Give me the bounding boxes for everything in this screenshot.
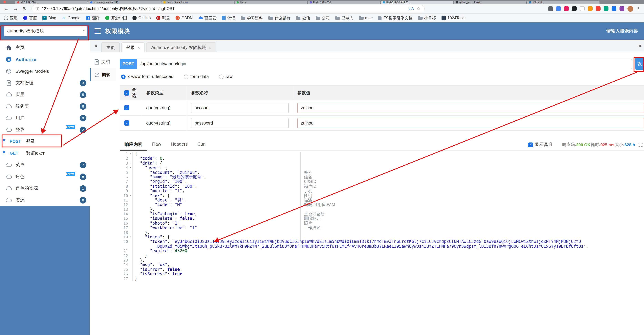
bookmark-item[interactable]: 开源中国 — [105, 15, 127, 20]
bookmark-item[interactable]: 百度云 — [198, 15, 216, 20]
header-search[interactable]: 请输入搜索内容 — [606, 28, 638, 34]
mini-nav-doc[interactable]: 文档 — [90, 55, 116, 68]
sidebar-item[interactable]: 文档管理3 — [0, 77, 90, 89]
group-select[interactable]: authority-权限模块 ▲▼ — [4, 26, 87, 36]
bookmark-item[interactable]: 应用 — [4, 15, 18, 20]
sidebar-item[interactable]: 主页 — [0, 42, 90, 54]
bookmark-item[interactable]: 笔记 — [222, 15, 235, 20]
fold-icon[interactable]: ▾ — [128, 152, 132, 156]
bookmark-item[interactable]: mac — [359, 16, 372, 20]
bookmark-item[interactable]: 已导入 — [335, 15, 354, 20]
bookmark-item[interactable]: GitHub — [132, 16, 151, 20]
bookmark-item[interactable]: 百度 — [23, 15, 37, 20]
url-field[interactable]: ⓘ 127.0.0.1:8760/api/gate/doc.html#/auth… — [32, 5, 424, 12]
sidebar-item[interactable]: 用户9 — [0, 112, 90, 124]
radio-icon[interactable] — [121, 74, 126, 79]
send-button[interactable]: 发送 — [635, 58, 644, 70]
endpoint-item[interactable]: GET验证token — [0, 147, 90, 159]
sidebar-item[interactable]: 角色的资源1 — [0, 182, 90, 194]
content-type-option[interactable]: raw — [219, 74, 232, 79]
content-type-option[interactable]: form-data — [184, 74, 209, 79]
bookmark-item[interactable]: 微信 — [296, 15, 310, 20]
extension-icon[interactable] — [620, 6, 624, 11]
browser-tab[interactable]: 知识星球... — [527, 1, 600, 4]
tabs-scroll-left-icon[interactable]: « — [94, 43, 97, 48]
bookmark-item[interactable]: 学习资料 — [241, 15, 263, 20]
forward-icon[interactable]: → — [13, 6, 18, 11]
sidebar-item[interactable]: Swagger Models — [0, 65, 90, 77]
translate-icon[interactable]: 文A — [408, 6, 414, 11]
sidebar-item[interactable]: 菜单7 — [0, 159, 90, 171]
fold-icon[interactable]: ▾ — [128, 166, 132, 170]
bookmark-item[interactable]: ES搜索引擎文档 — [378, 15, 412, 20]
extension-icon[interactable] — [564, 6, 569, 11]
sidebar-item[interactable]: 登录NEW2 — [0, 124, 90, 136]
extension-icon[interactable] — [548, 6, 553, 11]
bookmark-item[interactable]: 小目标 — [418, 15, 436, 20]
sidebar-item[interactable]: 资源6 — [0, 194, 90, 206]
site-info-icon[interactable]: ⓘ — [36, 6, 39, 11]
extension-icon[interactable] — [596, 6, 600, 11]
extension-icon[interactable] — [604, 6, 608, 11]
select-all-checkbox[interactable]: ✓ — [124, 90, 129, 96]
sidebar-item[interactable]: 应用5 — [0, 89, 90, 100]
show-description-toggle[interactable]: ✓ 显示说明 — [528, 142, 552, 148]
doc-tab[interactable]: 主页 — [102, 42, 120, 52]
fold-icon[interactable]: ▾ — [128, 235, 132, 240]
bookmark-item[interactable]: G码云 — [156, 15, 170, 20]
content-type-option[interactable]: x-www-form-urlencoded — [121, 74, 173, 79]
close-icon[interactable]: × — [138, 46, 140, 50]
radio-icon[interactable] — [219, 74, 224, 79]
extension-icon[interactable] — [612, 6, 616, 11]
browser-tab[interactable]: happy/Share for Wi... — [162, 1, 234, 4]
fold-icon[interactable]: ▾ — [128, 194, 132, 198]
bookmark-item[interactable]: 什么都有 — [268, 15, 290, 20]
mini-nav-debug[interactable]: 调试 — [90, 68, 116, 82]
bookmark-item[interactable]: 公司 — [316, 15, 330, 20]
close-icon[interactable]: × — [209, 46, 211, 50]
browser-tab[interactable]: Node 全栈 <夜幕... — [308, 1, 380, 4]
browser-tab[interactable]: 温柔以待1024... — [15, 1, 88, 4]
browser-tab[interactable]: 围绕权限参数互通实... — [381, 1, 453, 4]
endpoint-item[interactable]: POST登录 — [0, 136, 90, 147]
param-name-input[interactable] — [191, 103, 289, 113]
browser-tab[interactable]: hbase — [234, 1, 307, 4]
sidebar-item[interactable]: 角色NEW8 — [0, 171, 90, 182]
param-name-input[interactable] — [191, 118, 289, 128]
browser-menu-icon[interactable]: ⋮ — [636, 6, 640, 11]
menu-toggle-icon[interactable] — [94, 28, 101, 34]
row-checkbox[interactable]: ✓ — [124, 105, 129, 110]
doc-tab[interactable]: 登录× — [122, 42, 145, 52]
fullscreen-icon[interactable] — [638, 143, 642, 147]
request-path-input[interactable] — [137, 59, 632, 69]
fold-icon[interactable]: ▾ — [128, 161, 132, 166]
back-icon[interactable]: ← — [4, 6, 9, 11]
radio-icon[interactable] — [184, 74, 188, 79]
reload-icon[interactable]: ↻ — [22, 6, 28, 11]
bookmark-item[interactable]: GGoogle — [62, 16, 80, 20]
tabs-scroll-right-icon[interactable]: » — [638, 43, 641, 48]
response-tab[interactable]: Curl — [192, 139, 210, 151]
sidebar-item[interactable]: Authorize — [0, 54, 90, 65]
param-value-input[interactable] — [297, 103, 644, 113]
extension-icon[interactable] — [572, 6, 577, 11]
response-tab[interactable]: Headers — [166, 139, 192, 151]
browser-tab[interactable]: github_pass/关注你... — [454, 1, 526, 4]
extension-icon[interactable] — [556, 6, 561, 11]
profile-avatar[interactable] — [628, 6, 633, 12]
browser-tab[interactable]: temporary-Interior 下载 — [88, 1, 161, 4]
doc-tab[interactable]: Authorize-authority-权限模块× — [146, 42, 216, 52]
bookmark-item[interactable]: CCSDN — [176, 16, 193, 20]
close-window-icon[interactable] — [4, 1, 6, 3]
extension-icon[interactable] — [580, 6, 585, 11]
response-tab[interactable]: 响应内容 — [120, 139, 147, 151]
row-checkbox[interactable]: ✓ — [124, 120, 129, 126]
bookmark-item[interactable]: bBing — [42, 16, 56, 20]
bookmark-star-icon[interactable]: ☆ — [417, 6, 420, 11]
checkbox-icon[interactable]: ✓ — [528, 142, 533, 147]
bookmark-item[interactable]: 1024Tools — [442, 16, 466, 20]
param-value-input[interactable] — [297, 118, 644, 128]
bookmark-item[interactable]: 译翻译 — [86, 15, 100, 20]
response-tab[interactable]: Raw — [147, 139, 166, 151]
sidebar-item[interactable]: 服务表6 — [0, 100, 90, 112]
